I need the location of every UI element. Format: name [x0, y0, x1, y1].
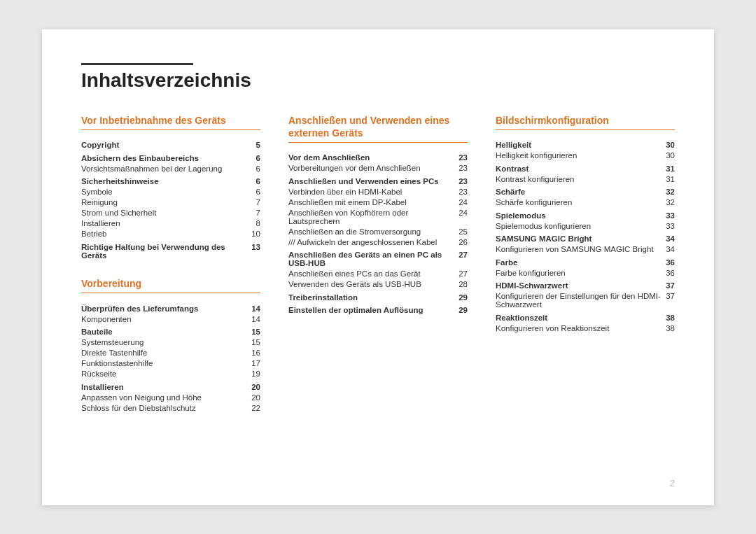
toc-entry: Farbe konfigurieren36 — [496, 267, 675, 278]
entry-page: 34 — [666, 245, 675, 253]
page-number: 2 — [670, 478, 675, 489]
entry-page: 32 — [666, 198, 675, 206]
entry-label: Vor dem Anschließen — [288, 153, 458, 162]
entry-page: 38 — [666, 324, 675, 332]
toc-entry: Einstellen der optimalen Auflösung29 — [288, 302, 468, 316]
entry-label: Spielemodus konfigurieren — [496, 222, 666, 230]
toc-entry: Anschließen von Kopfhörern oder Lautspre… — [288, 207, 468, 226]
toc-entry: Betrieb10 — [81, 229, 260, 239]
section-title: Anschließen und Verwenden eines externen… — [288, 114, 468, 143]
entry-label: Richtige Haltung bei Verwendung des Gerä… — [81, 243, 251, 260]
toc-entry: Helligkeit konfigurieren30 — [496, 150, 675, 161]
toc-entry: Vorbereitungen vor dem Anschließen23 — [288, 163, 468, 174]
toc-entry: Installieren8 — [81, 218, 260, 229]
toc-entry: Anschließen an die Stromversorgung25 — [288, 226, 468, 237]
toc-entry: Farbe36 — [496, 255, 675, 268]
toc-entry: Vorsichtsmaßnahmen bei der Lagerung6 — [81, 163, 260, 174]
entry-label: Anpassen von Neigung und Höhe — [81, 393, 251, 402]
entry-label: Systemsteuerung — [81, 338, 251, 346]
entry-page: 8 — [256, 219, 260, 227]
entry-label: Anschließen an die Stromversorgung — [288, 227, 458, 236]
toc-entry: Direkte Tastenhilfe16 — [81, 348, 260, 358]
entry-label: Symbole — [81, 188, 256, 196]
toc-entry: Konfigurieren von SAMSUNG MAGIC Bright34 — [496, 244, 675, 255]
entry-page: 33 — [666, 222, 675, 230]
toc-entry: Systemsteuerung15 — [81, 337, 260, 348]
toc-entry: Kontrast konfigurieren31 — [496, 174, 675, 184]
entry-label: Schloss für den Diebstahlschutz — [81, 404, 251, 412]
entry-page: 20 — [251, 393, 260, 402]
entry-page: 30 — [666, 141, 675, 149]
entry-page: 6 — [256, 164, 260, 173]
page-title: Inhaltsverzeichnis — [81, 69, 675, 92]
entry-page: 6 — [256, 154, 260, 162]
entry-label: HDMI-Schwarzwert — [496, 281, 666, 290]
toc-entry: Schärfe konfigurieren32 — [496, 197, 675, 208]
entry-page: 23 — [458, 177, 468, 185]
entry-page: 16 — [251, 349, 260, 357]
entry-label: Sicherheitshinweise — [81, 177, 256, 185]
toc-entry: Rückseite19 — [81, 369, 260, 379]
toc-entry: Anschließen und Verwenden eines PCs23 — [288, 174, 468, 187]
entry-page: 17 — [251, 359, 260, 367]
entry-page: 31 — [666, 164, 675, 173]
entry-page: 5 — [256, 141, 260, 149]
toc-entry: Bauteile15 — [81, 324, 260, 337]
entry-page: 29 — [458, 293, 468, 302]
entry-page: 14 — [251, 315, 260, 323]
section-1-2: VorbereitungÜberprüfen des Lieferumfangs… — [81, 277, 260, 413]
entry-label: Schärfe konfigurieren — [496, 198, 666, 206]
entry-page: 15 — [251, 328, 260, 336]
toc-entry: Anschließen des Geräts an einen PC als U… — [288, 247, 468, 269]
entry-label: Absichern des Einbaubereichs — [81, 154, 256, 162]
entry-page: 23 — [458, 188, 468, 196]
entry-label: Helligkeit — [496, 141, 666, 149]
entry-page: 32 — [666, 188, 675, 196]
toc-entry: Überprüfen des Lieferumfangs14 — [81, 303, 260, 314]
toc-entry: Konfigurieren der Einstellungen für den … — [496, 291, 675, 310]
toc-entry: Anschließen mit einem DP-Kabel24 — [288, 197, 468, 207]
entry-page: 6 — [256, 188, 260, 196]
entry-page: 25 — [458, 227, 468, 236]
entry-page: 10 — [251, 230, 260, 238]
entry-label: Verwenden des Geräts als USB-HUB — [288, 280, 458, 288]
entry-page: 26 — [458, 238, 468, 246]
toc-entry: Sicherheitshinweise6 — [81, 174, 260, 187]
column-1: Vor Inbetriebnahme des GerätsCopyright5A… — [81, 114, 260, 414]
entry-page: 22 — [251, 404, 260, 412]
column-2: Anschließen und Verwenden eines externen… — [288, 114, 468, 414]
section-2-1: Anschließen und Verwenden eines externen… — [288, 114, 468, 316]
entry-page: 23 — [458, 153, 468, 162]
toc-entry: Symbole6 — [81, 187, 260, 197]
entry-label: Reaktionszeit — [496, 314, 666, 322]
column-3: BildschirmkonfigurationHelligkeit30Helli… — [496, 114, 675, 414]
toc-entry: Verbinden über ein HDMI-Kabel23 — [288, 186, 468, 197]
entry-page: 15 — [251, 338, 260, 346]
toc-entry: Reaktionszeit38 — [496, 310, 675, 323]
entry-page: 30 — [666, 151, 675, 160]
entry-page: 23 — [458, 164, 468, 172]
entry-label: Anschließen des Geräts an einen PC als U… — [288, 251, 458, 267]
entry-label: Direkte Tastenhilfe — [81, 349, 251, 357]
entry-page: 37 — [666, 281, 675, 290]
section-title: Vor Inbetriebnahme des Geräts — [81, 114, 260, 130]
toc-entry: Copyright5 — [81, 140, 260, 150]
entry-page: 24 — [458, 209, 468, 217]
entry-page: 33 — [666, 211, 675, 220]
page: Inhaltsverzeichnis Vor Inbetriebnahme de… — [42, 29, 714, 505]
toc-entry: Installieren20 — [81, 379, 260, 393]
entry-label: Spielemodus — [496, 211, 666, 220]
entry-label: Helligkeit konfigurieren — [496, 151, 666, 160]
toc-entry: Treiberinstallation29 — [288, 290, 468, 303]
entry-label: Konfigurieren von Reaktionszeit — [496, 324, 666, 332]
entry-label: Anschließen eines PCs an das Gerät — [288, 269, 458, 278]
entry-label: Vorsichtsmaßnahmen bei der Lagerung — [81, 164, 256, 173]
entry-label: /// Aufwickeln der angeschlossenen Kabel — [288, 238, 458, 246]
entry-page: 27 — [458, 269, 468, 278]
entry-label: Schärfe — [496, 188, 666, 196]
entry-label: Anschließen mit einem DP-Kabel — [288, 198, 458, 206]
entry-label: Überprüfen des Lieferumfangs — [81, 304, 251, 313]
section-3-1: BildschirmkonfigurationHelligkeit30Helli… — [496, 114, 675, 334]
entry-page: 14 — [251, 304, 260, 313]
entry-page: 37 — [666, 292, 675, 300]
